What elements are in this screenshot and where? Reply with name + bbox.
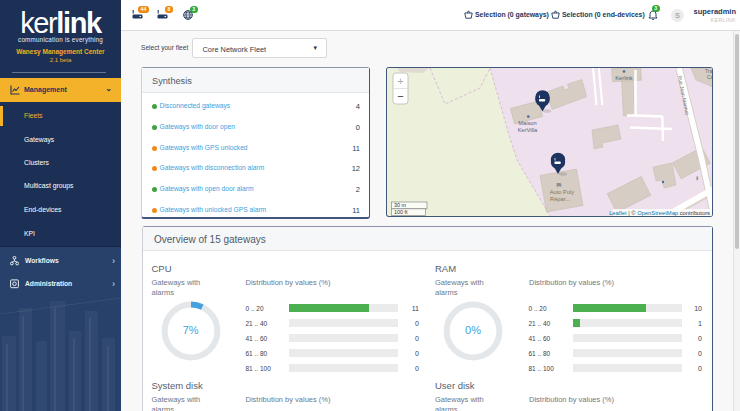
svg-text:Cal...: Cal... [707,74,712,80]
svg-text:Leaflet | © OpenStreetMap cont: Leaflet | © OpenStreetMap contributors [609,210,710,216]
svg-text:30 m: 30 m [394,202,406,208]
svg-text:⛟: ⛟ [556,182,562,188]
svg-text:Auto Poly: Auto Poly [550,189,575,195]
svg-text:+: + [397,75,403,87]
svg-text:Répar...: Répar... [550,196,570,202]
svg-text:Maison: Maison [518,120,536,126]
svg-text:KerVilla: KerVilla [518,127,538,133]
svg-text:−: − [397,90,403,102]
svg-text:Kerlink: Kerlink [615,75,633,81]
svg-text:100 ft: 100 ft [394,209,408,215]
